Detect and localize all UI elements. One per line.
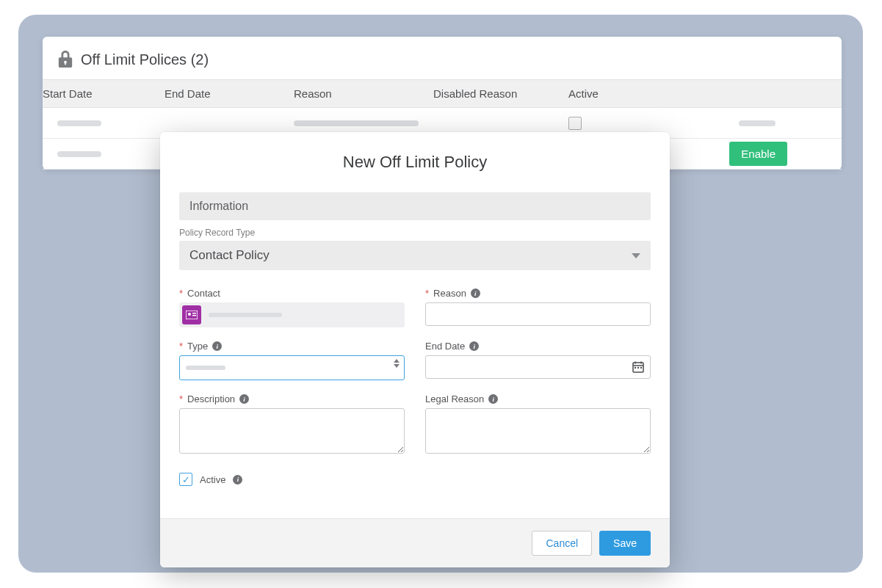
type-select[interactable] xyxy=(179,355,405,380)
info-icon[interactable]: i xyxy=(239,394,249,404)
card-header: Off Limit Polices (2) xyxy=(43,37,842,79)
reason-input[interactable] xyxy=(425,302,651,326)
svg-rect-8 xyxy=(635,367,636,369)
col-header-disabled-reason: Disabled Reason xyxy=(433,84,568,103)
modal-body: Information Policy Record Type Contact P… xyxy=(160,192,670,501)
svg-rect-10 xyxy=(640,367,642,369)
info-icon[interactable]: i xyxy=(488,394,498,404)
section-information: Information xyxy=(179,192,651,220)
card-title: Off Limit Polices (2) xyxy=(81,51,209,68)
contact-card-icon xyxy=(182,305,201,324)
placeholder xyxy=(57,120,101,126)
svg-point-1 xyxy=(188,313,191,316)
active-checkbox[interactable]: ✓ xyxy=(179,473,192,486)
contact-lookup[interactable] xyxy=(179,302,405,327)
placeholder xyxy=(57,151,101,157)
end-date-input[interactable] xyxy=(425,355,651,379)
active-checkbox[interactable] xyxy=(568,117,582,130)
placeholder xyxy=(209,313,282,317)
col-header-reason: Reason xyxy=(294,84,433,103)
col-header-action xyxy=(686,84,842,103)
contact-label: Contact xyxy=(187,288,220,299)
info-icon[interactable]: i xyxy=(212,341,222,351)
svg-rect-9 xyxy=(637,367,639,369)
calendar-icon xyxy=(632,361,644,373)
description-textarea[interactable] xyxy=(179,408,405,454)
chevron-down-icon xyxy=(632,253,640,258)
placeholder xyxy=(294,120,419,126)
info-icon[interactable]: i xyxy=(471,288,480,298)
lock-icon xyxy=(57,50,73,69)
new-policy-modal: New Off Limit Policy Information Policy … xyxy=(160,132,670,567)
svg-rect-2 xyxy=(192,313,196,314)
type-label: Type xyxy=(187,341,208,352)
end-date-label: End Date xyxy=(425,341,465,352)
record-type-select[interactable]: Contact Policy xyxy=(179,241,651,270)
modal-title: New Off Limit Policy xyxy=(160,132,670,192)
enable-button[interactable]: Enable xyxy=(729,142,787,166)
placeholder xyxy=(739,120,776,126)
modal-footer: Cancel Save xyxy=(160,518,670,567)
legal-reason-textarea[interactable] xyxy=(425,408,651,454)
legal-reason-label: Legal Reason xyxy=(425,393,484,404)
col-header-start-date: Start Date xyxy=(43,84,165,103)
svg-rect-3 xyxy=(192,315,196,316)
reason-label: Reason xyxy=(433,288,466,299)
table-header-row: Start Date End Date Reason Disabled Reas… xyxy=(43,79,842,108)
chevron-down-icon xyxy=(394,364,400,368)
active-label: Active xyxy=(200,474,225,485)
cancel-button[interactable]: Cancel xyxy=(532,531,592,556)
record-type-value: Contact Policy xyxy=(189,248,270,263)
col-header-end-date: End Date xyxy=(165,84,294,103)
description-label: Description xyxy=(187,393,235,404)
info-icon[interactable]: i xyxy=(233,475,242,484)
chevron-up-icon xyxy=(394,359,400,363)
col-header-active: Active xyxy=(568,84,686,103)
record-type-label: Policy Record Type xyxy=(179,228,651,238)
placeholder xyxy=(186,366,225,370)
info-icon[interactable]: i xyxy=(469,341,479,351)
save-button[interactable]: Save xyxy=(599,531,651,556)
